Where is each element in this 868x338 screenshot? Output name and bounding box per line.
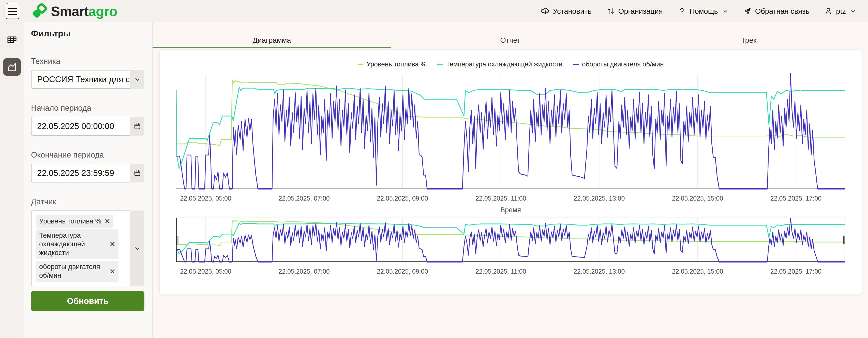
chart-legend: Уровень топлива % Температура охлаждающе… <box>176 60 845 68</box>
x-axis-title: Время <box>176 206 845 214</box>
tech-filter-group: Техника РОССИЯ Техники для си <box>31 57 144 89</box>
period-end-calendar-button[interactable] <box>130 164 145 182</box>
top-nav: Установить Организация Помощь <box>541 7 857 16</box>
nav-feedback[interactable]: Обратная связь <box>743 7 809 16</box>
legend-label: обороты двигателя об/мин <box>582 60 663 68</box>
sensor-multiselect[interactable]: Уровень топлива % ✕ Температура охлаждаю… <box>31 210 145 286</box>
legend-label: Уровень топлива % <box>367 60 427 68</box>
user-icon <box>824 7 833 16</box>
swap-vertical-icon <box>607 7 615 16</box>
period-end-label: Окончание периода <box>31 150 144 160</box>
svg-text:22.05.2025, 09:00: 22.05.2025, 09:00 <box>377 268 428 275</box>
sensor-chip-label: Температура охлаждающей жидкости <box>39 231 106 257</box>
smartagro-logo-icon <box>32 3 47 19</box>
tech-select-value[interactable]: РОССИЯ Техники для си <box>31 70 130 89</box>
period-start-calendar-button[interactable] <box>130 117 145 136</box>
nav-organization-label: Организация <box>618 7 663 16</box>
legend-label: Температура охлаждающей жидкости <box>446 60 562 68</box>
table-icon <box>6 35 18 46</box>
chevron-down-icon <box>134 76 141 83</box>
refresh-button[interactable]: Обновить <box>31 291 145 311</box>
period-end-input[interactable]: 22.05.2025 23:59:59 <box>31 164 130 182</box>
svg-text:22.05.2025, 07:00: 22.05.2025, 07:00 <box>278 268 330 275</box>
main-timeseries-chart[interactable]: 22.05.2025, 05:0022.05.2025, 07:0022.05.… <box>176 71 845 205</box>
nav-help[interactable]: Помощь <box>678 7 728 16</box>
svg-text:22.05.2025, 17:00: 22.05.2025, 17:00 <box>770 195 822 202</box>
nav-user-menu[interactable]: ptz <box>824 7 856 16</box>
tech-select[interactable]: РОССИЯ Техники для си <box>31 70 145 89</box>
sensor-filter-group: Датчик Уровень топлива % ✕ Температура о… <box>31 197 144 311</box>
svg-text:22.05.2025, 11:00: 22.05.2025, 11:00 <box>475 268 526 275</box>
period-end-group: Окончание периода 22.05.2025 23:59:59 <box>31 150 144 182</box>
svg-text:22.05.2025, 15:00: 22.05.2025, 15:00 <box>672 268 723 275</box>
cloud-download-icon <box>541 7 550 16</box>
menu-button[interactable] <box>5 3 20 19</box>
rail-item-chart[interactable] <box>3 58 21 76</box>
logo-text: Smartagro <box>51 3 117 19</box>
nav-install[interactable]: Установить <box>541 7 592 16</box>
legend-item-fuel[interactable]: Уровень топлива % <box>358 60 427 68</box>
paper-plane-icon <box>743 7 752 16</box>
chip-remove-icon[interactable]: ✕ <box>110 240 116 249</box>
tab-bar: Диаграмма Отчет Трек <box>153 34 868 48</box>
period-start-label: Начало периода <box>31 104 144 113</box>
sensor-chip-label: Уровень топлива % <box>39 217 101 226</box>
chip-remove-icon[interactable]: ✕ <box>110 267 116 276</box>
svg-text:22.05.2025, 05:00: 22.05.2025, 05:00 <box>180 195 231 202</box>
overview-brush-chart[interactable]: 22.05.2025, 05:0022.05.2025, 07:0022.05.… <box>176 218 845 276</box>
question-icon <box>678 7 686 16</box>
calendar-icon <box>134 170 141 177</box>
chevron-down-icon <box>850 8 856 14</box>
period-end-control[interactable]: 22.05.2025 23:59:59 <box>31 164 145 182</box>
logo[interactable]: Smartagro <box>32 3 117 19</box>
chart-card: Уровень топлива % Температура охлаждающе… <box>159 49 862 295</box>
icon-rail <box>0 22 24 338</box>
period-start-input[interactable]: 22.05.2025 00:00:00 <box>31 117 130 136</box>
nav-install-label: Установить <box>553 7 592 16</box>
rail-item-table[interactable] <box>3 32 21 49</box>
period-start-group: Начало периода 22.05.2025 00:00:00 <box>31 104 144 136</box>
svg-text:22.05.2025, 07:00: 22.05.2025, 07:00 <box>278 195 330 202</box>
filters-title: Фильтры <box>31 29 144 38</box>
sensor-label: Датчик <box>31 197 144 206</box>
svg-text:22.05.2025, 17:00: 22.05.2025, 17:00 <box>770 268 822 275</box>
sensor-chip: обороты двигателя об/мин ✕ <box>36 261 119 282</box>
sensor-chip: Температура охлаждающей жидкости ✕ <box>36 229 119 259</box>
nav-organization[interactable]: Организация <box>607 7 663 16</box>
nav-username-label: ptz <box>836 7 846 16</box>
filter-panel: Фильтры Техника РОССИЯ Техники для си На… <box>24 22 153 338</box>
main-content: Диаграмма Отчет Трек Уровень топлива % Т… <box>153 22 868 338</box>
chip-remove-icon[interactable]: ✕ <box>104 217 110 226</box>
calendar-icon <box>134 123 141 130</box>
svg-text:22.05.2025, 05:00: 22.05.2025, 05:00 <box>180 268 231 275</box>
app-root: Smartagro Установить Организация <box>0 0 868 338</box>
tab-track[interactable]: Трек <box>629 34 868 48</box>
top-bar: Smartagro Установить Организация <box>0 0 868 22</box>
sensor-chip: Уровень топлива % ✕ <box>36 215 114 228</box>
coolant-series-swatch <box>437 64 443 65</box>
tab-report[interactable]: Отчет <box>391 34 629 48</box>
svg-text:22.05.2025, 15:00: 22.05.2025, 15:00 <box>672 195 723 202</box>
legend-item-rpm[interactable]: обороты двигателя об/мин <box>573 60 663 68</box>
svg-text:22.05.2025, 09:00: 22.05.2025, 09:00 <box>377 195 428 202</box>
sensor-chip-list: Уровень топлива % ✕ Температура охлаждаю… <box>31 210 130 286</box>
tab-diagram[interactable]: Диаграмма <box>153 34 391 48</box>
svg-text:22.05.2025, 13:00: 22.05.2025, 13:00 <box>574 268 625 275</box>
svg-text:22.05.2025, 11:00: 22.05.2025, 11:00 <box>475 195 526 202</box>
sensor-chip-label: обороты двигателя об/мин <box>39 263 106 280</box>
sensor-select-toggle[interactable] <box>130 210 145 286</box>
chevron-down-icon <box>134 245 141 252</box>
tech-label: Техника <box>31 57 144 66</box>
legend-item-coolant[interactable]: Температура охлаждающей жидкости <box>437 60 562 68</box>
chart-icon <box>6 61 18 73</box>
hamburger-icon <box>8 8 17 9</box>
svg-text:22.05.2025, 13:00: 22.05.2025, 13:00 <box>574 195 625 202</box>
nav-feedback-label: Обратная связь <box>755 7 809 16</box>
rpm-series-swatch <box>573 64 579 65</box>
nav-help-label: Помощь <box>689 7 718 16</box>
chevron-down-icon <box>722 8 728 14</box>
period-start-control[interactable]: 22.05.2025 00:00:00 <box>31 117 145 136</box>
fuel-series-swatch <box>358 64 363 65</box>
tech-select-toggle[interactable] <box>130 70 145 89</box>
